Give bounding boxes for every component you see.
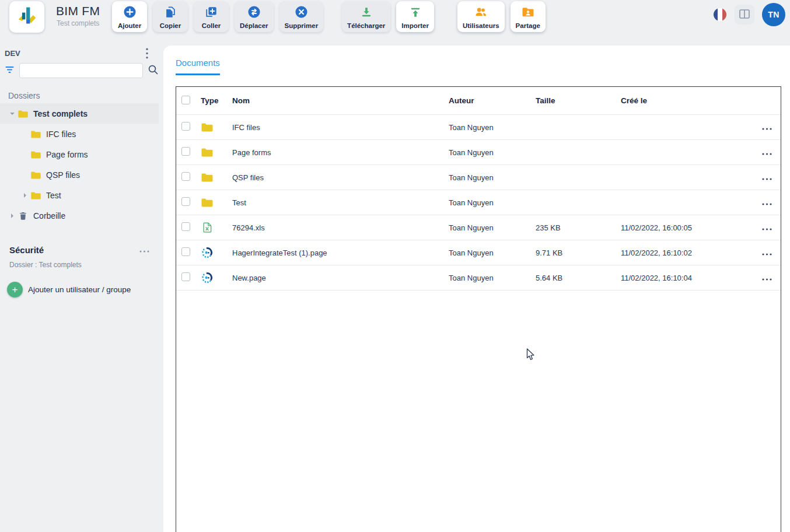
tree-item-label: Corbeille xyxy=(33,211,65,220)
user-avatar[interactable]: TN xyxy=(762,3,785,26)
ellipsis-icon xyxy=(762,249,772,257)
toolbar-button-telecharger[interactable]: Télécharger xyxy=(342,1,390,32)
folder-icon xyxy=(201,197,232,208)
folder-icon xyxy=(18,109,33,118)
filter-icon[interactable] xyxy=(5,65,15,76)
table-row-page-forms: Page forms Toan Nguyen xyxy=(176,140,781,165)
security-menu-button[interactable] xyxy=(139,246,149,254)
row-checkbox[interactable] xyxy=(181,197,190,206)
toolbar-button-copier[interactable]: Copier xyxy=(153,1,188,32)
upload-icon xyxy=(409,5,422,19)
table-header: Type Nom Auteur Taille Créé le xyxy=(176,87,781,115)
toolbar-button-supprimer[interactable]: Supprimer xyxy=(279,1,324,32)
column-header-name: Nom xyxy=(232,96,449,105)
documents-table: Type Nom Auteur Taille Créé le IFC files… xyxy=(176,86,781,532)
row-checkbox[interactable] xyxy=(181,122,190,131)
document-size: 5.64 KB xyxy=(536,274,621,282)
table-row-76294-xls: 76294.xls Toan Nguyen 235 KB 11/02/2022,… xyxy=(176,215,781,240)
toolbar-button-partage[interactable]: Partage xyxy=(511,1,546,32)
ellipsis-icon xyxy=(762,148,772,157)
sidebar-search-row xyxy=(5,63,159,78)
security-subtitle: Dossier : Test complets xyxy=(9,261,163,269)
row-checkbox[interactable] xyxy=(181,147,190,156)
add-circle-icon xyxy=(123,5,137,19)
language-button[interactable] xyxy=(713,8,727,22)
toolbar-button-deplacer[interactable]: Déplacer xyxy=(235,1,274,32)
row-checkbox[interactable] xyxy=(181,272,190,281)
row-actions-button[interactable] xyxy=(760,171,774,184)
folder-icon xyxy=(30,150,46,159)
document-author: Toan Nguyen xyxy=(449,173,536,182)
app-logo[interactable] xyxy=(9,1,44,33)
split-view-button[interactable] xyxy=(735,5,754,24)
row-actions-button[interactable] xyxy=(760,146,774,159)
search-button[interactable] xyxy=(148,64,159,77)
move-circle-icon xyxy=(247,5,261,19)
row-checkbox[interactable] xyxy=(181,222,190,231)
search-input[interactable] xyxy=(19,63,143,78)
tree-item-label: Test xyxy=(46,191,61,200)
environment-label: DEV xyxy=(5,49,20,58)
add-user-group-button[interactable]: + Ajouter un utilisateur / groupe xyxy=(7,282,131,298)
row-checkbox[interactable] xyxy=(181,247,190,256)
page-file-icon xyxy=(201,272,232,284)
document-created: 11/02/2022, 16:00:05 xyxy=(621,223,753,232)
document-name[interactable]: IFC files xyxy=(232,123,449,132)
download-icon xyxy=(360,5,373,19)
row-actions-button[interactable] xyxy=(760,246,774,260)
tree-item-test-complets[interactable]: Test complets xyxy=(0,103,159,124)
folder-icon xyxy=(201,121,232,133)
document-name[interactable]: Page forms xyxy=(232,148,449,157)
document-name[interactable]: New.page xyxy=(232,274,449,282)
document-author: Toan Nguyen xyxy=(449,148,536,157)
folders-heading: Dossiers xyxy=(8,91,40,100)
bim-logo-icon xyxy=(16,5,38,29)
document-name[interactable]: Test xyxy=(232,198,449,207)
row-actions-button[interactable] xyxy=(760,196,774,209)
tab-documents[interactable]: Documents xyxy=(176,58,220,75)
security-title: Sécurité xyxy=(9,245,44,255)
caret-down-icon[interactable] xyxy=(7,111,18,117)
kebab-icon xyxy=(146,52,148,61)
toolbar-button-coller[interactable]: Coller xyxy=(194,1,229,32)
column-header-type: Type xyxy=(201,96,232,105)
select-all-checkbox[interactable] xyxy=(181,96,190,104)
tree-item-corbeille[interactable]: Corbeille xyxy=(0,205,159,226)
folder-tree: Test complets IFC files Page forms QSP f… xyxy=(0,103,159,226)
document-name[interactable]: QSP files xyxy=(232,173,449,182)
folder-icon xyxy=(30,191,46,200)
folder-icon xyxy=(30,170,46,180)
toolbar-button-importer[interactable]: Importer xyxy=(396,1,434,32)
document-name[interactable]: HagerIntegrateTest (1).page xyxy=(232,249,449,257)
toolbar-button-label: Copier xyxy=(160,22,181,29)
toolbar-button-ajouter[interactable]: Ajouter xyxy=(112,1,147,32)
tree-item-ifc-files[interactable]: IFC files xyxy=(0,124,159,144)
caret-right-icon[interactable] xyxy=(20,192,30,198)
document-name[interactable]: 76294.xls xyxy=(232,223,449,232)
row-checkbox[interactable] xyxy=(181,172,190,181)
row-actions-button[interactable] xyxy=(760,271,774,285)
document-size: 9.71 KB xyxy=(536,249,621,257)
column-header-created: Créé le xyxy=(621,96,753,105)
paste-icon xyxy=(205,5,218,19)
share-folder-icon xyxy=(521,5,535,19)
toolbar-button-utilisateurs[interactable]: Utilisateurs xyxy=(457,1,505,32)
row-actions-button[interactable] xyxy=(760,221,774,235)
tree-item-test[interactable]: Test xyxy=(0,185,159,205)
caret-right-icon[interactable] xyxy=(7,213,18,219)
sidebar: DEV Dossiers Test complets IFC files xyxy=(0,41,163,532)
tree-item-label: IFC files xyxy=(46,130,76,139)
table-row-qsp-files: QSP files Toan Nguyen xyxy=(176,165,781,190)
toolbar-button-label: Déplacer xyxy=(240,22,268,29)
tree-item-qsp-files[interactable]: QSP files xyxy=(0,164,159,185)
tree-item-label: Test complets xyxy=(33,109,88,118)
sidebar-menu-button[interactable] xyxy=(146,48,148,61)
app-title: BIM FM xyxy=(56,4,100,18)
main-panel: Documents Type Nom Auteur Taille Créé le… xyxy=(163,46,790,532)
toolbar-button-label: Partage xyxy=(516,22,540,29)
ellipsis-icon xyxy=(762,198,772,207)
document-created: 11/02/2022, 16:10:04 xyxy=(621,274,753,282)
row-actions-button[interactable] xyxy=(760,121,774,134)
tree-item-page-forms[interactable]: Page forms xyxy=(0,144,159,164)
table-row-new-page: New.page Toan Nguyen 5.64 KB 11/02/2022,… xyxy=(176,265,781,290)
